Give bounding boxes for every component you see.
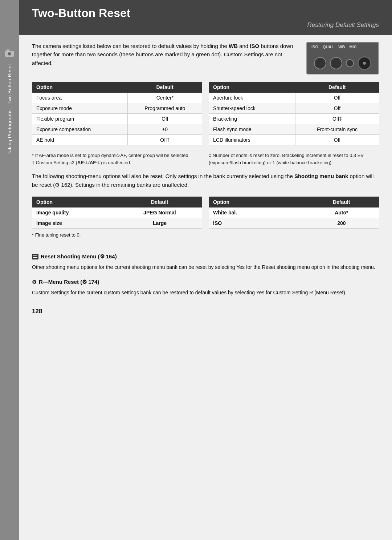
table1-row3-default: Off bbox=[127, 114, 202, 124]
table1-row3-option: Flexible program bbox=[32, 114, 127, 124]
table2-row2-option: Shutter-speed lock bbox=[209, 103, 295, 114]
gear-icon: ⚙ bbox=[55, 182, 60, 188]
table-row: Image size Large bbox=[32, 218, 202, 229]
footnote-double-dagger: ‡ Number of shots is reset to zero. Brac… bbox=[209, 152, 379, 166]
table2-row1-option: Aperture lock bbox=[209, 93, 295, 103]
sidebar: Taking Photographs—Two-Button Reset bbox=[0, 0, 19, 540]
gear-icon-3: ⚙ bbox=[32, 278, 37, 286]
page-subtitle: Restoring Default Settings bbox=[32, 21, 379, 29]
camera-diagram: ISOQUALWBMIC bbox=[306, 42, 379, 74]
intro-text: The camera settings listed below can be … bbox=[32, 42, 298, 74]
reset-menu-header: Reset Shooting Menu (⚙ 164) bbox=[32, 252, 379, 261]
table-row: Aperture lock Off bbox=[209, 93, 379, 103]
table3-header-option: Option bbox=[32, 197, 117, 207]
intro-section: The camera settings listed below can be … bbox=[32, 42, 379, 74]
table3-header-default: Default bbox=[117, 197, 202, 207]
table3: Option Default Image quality JPEG Normal… bbox=[32, 197, 202, 229]
table-row: ISO 200 bbox=[209, 218, 379, 229]
table2-row4-default: Front-curtain sync bbox=[295, 124, 379, 135]
table2-header-option: Option bbox=[209, 82, 295, 93]
second-tables-row: Option Default Image quality JPEG Normal… bbox=[32, 197, 379, 229]
table1-row1-default: Center* bbox=[127, 93, 202, 103]
table1-row4-option: Exposure compensation bbox=[32, 124, 127, 135]
reset-menu-text: Other shooting menu options for the curr… bbox=[32, 263, 379, 271]
table-row: Exposure mode Programmed auto bbox=[32, 103, 202, 114]
bottom-section: Reset Shooting Menu (⚙ 164) Other shooti… bbox=[32, 252, 379, 297]
table1-row2-option: Exposure mode bbox=[32, 103, 127, 114]
sidebar-icon bbox=[3, 47, 16, 60]
table1: Option Default Focus area Center* Exposu… bbox=[32, 82, 202, 145]
table1-row5-default: Off† bbox=[127, 135, 202, 145]
cam-button-3 bbox=[346, 59, 354, 67]
table1-header-option: Option bbox=[32, 82, 127, 93]
table-row: Exposure compensation ±0 bbox=[32, 124, 202, 135]
table-row: Focus area Center* bbox=[32, 93, 202, 103]
table4-row2-default: 200 bbox=[304, 218, 379, 229]
r-menu-page: 174 bbox=[88, 279, 97, 285]
table3-row1-default: JPEG Normal bbox=[117, 207, 202, 218]
table-row: Shutter-speed lock Off bbox=[209, 103, 379, 114]
menu-icon bbox=[32, 254, 38, 259]
body-text: The following shooting-menu options will… bbox=[32, 172, 379, 189]
table2-row4-option: Flash sync mode bbox=[209, 124, 295, 135]
table3-row2-option: Image size bbox=[32, 218, 117, 229]
table2: Option Default Aperture lock Off Shutter… bbox=[209, 82, 379, 145]
table2-row5-option: LCD illuminators bbox=[209, 135, 295, 145]
table2-row3-default: Off‡ bbox=[295, 114, 379, 124]
table3-row1-option: Image quality bbox=[32, 207, 117, 218]
camera-buttons bbox=[314, 56, 371, 70]
table-row: AE hold Off† bbox=[32, 135, 202, 145]
cam-dial bbox=[358, 56, 371, 70]
table-row: LCD illuminators Off bbox=[209, 135, 379, 145]
camera-labels: ISOQUALWBMIC bbox=[311, 45, 357, 49]
table1-header-default: Default bbox=[127, 82, 202, 93]
page-number: 128 bbox=[32, 308, 379, 315]
first-tables-row: Option Default Focus area Center* Exposu… bbox=[32, 82, 379, 145]
gear-icon-4: ⚙ bbox=[82, 279, 87, 285]
svg-rect-1 bbox=[7, 49, 9, 52]
r-menu-reset-header: ⚙ R—Menu Reset (⚙ 174) bbox=[32, 278, 379, 286]
footnotes-row: * If AF-area mode is set to group dynami… bbox=[32, 152, 379, 166]
table1-wrap: Option Default Focus area Center* Exposu… bbox=[32, 82, 202, 145]
table-row: Flexible program Off bbox=[32, 114, 202, 124]
table4-row2-option: ISO bbox=[209, 218, 304, 229]
table-row: Flash sync mode Front-curtain sync bbox=[209, 124, 379, 135]
reset-menu-page: 164 bbox=[106, 253, 115, 259]
r-menu-reset-text: Custom Settings for the current custom s… bbox=[32, 289, 379, 297]
table-row: White bal. Auto* bbox=[209, 207, 379, 218]
table1-row4-default: ±0 bbox=[127, 124, 202, 135]
cam-button-1 bbox=[314, 57, 326, 69]
table2-row5-default: Off bbox=[295, 135, 379, 145]
table2-header-default: Default bbox=[295, 82, 379, 93]
table1-row2-default: Programmed auto bbox=[127, 103, 202, 114]
table-row: Image quality JPEG Normal bbox=[32, 207, 202, 218]
footnote-left: * If AF-area mode is set to group dynami… bbox=[32, 152, 202, 166]
page-title: Two-Button Reset bbox=[32, 7, 379, 20]
table4: Option Default White bal. Auto* ISO 200 bbox=[209, 197, 379, 229]
table2-row3-option: Bracketing bbox=[209, 114, 295, 124]
main-content: Two-Button Reset Restoring Default Setti… bbox=[19, 0, 392, 540]
table4-row1-option: White bal. bbox=[209, 207, 304, 218]
footnote-right: ‡ Number of shots is reset to zero. Brac… bbox=[209, 152, 379, 166]
table-row: Bracketing Off‡ bbox=[209, 114, 379, 124]
gear-icon-2: ⚙ bbox=[100, 253, 105, 259]
table4-wrap: Option Default White bal. Auto* ISO 200 bbox=[209, 197, 379, 229]
svg-point-3 bbox=[8, 53, 11, 55]
table3-wrap: Option Default Image quality JPEG Normal… bbox=[32, 197, 202, 229]
footnote-dagger: † Custom Setting c2 (AE-L/AF-L) is unaff… bbox=[32, 159, 202, 166]
fine-tune-note: * Fine tuning reset to 0. bbox=[32, 232, 379, 238]
table4-header-default: Default bbox=[304, 197, 379, 207]
cam-button-2 bbox=[330, 57, 342, 69]
table3-row2-default: Large bbox=[117, 218, 202, 229]
table2-row2-default: Off bbox=[295, 103, 379, 114]
reset-menu-label: Reset Shooting Menu bbox=[41, 253, 96, 259]
table2-row1-default: Off bbox=[295, 93, 379, 103]
table1-row1-option: Focus area bbox=[32, 93, 127, 103]
table4-row1-default: Auto* bbox=[304, 207, 379, 218]
r-menu-label: R—Menu Reset bbox=[39, 279, 79, 285]
table2-wrap: Option Default Aperture lock Off Shutter… bbox=[209, 82, 379, 145]
table1-row5-option: AE hold bbox=[32, 135, 127, 145]
sidebar-label: Taking Photographs—Two-Button Reset bbox=[7, 64, 12, 154]
table4-header-option: Option bbox=[209, 197, 304, 207]
page-header: Two-Button Reset Restoring Default Setti… bbox=[19, 0, 392, 35]
